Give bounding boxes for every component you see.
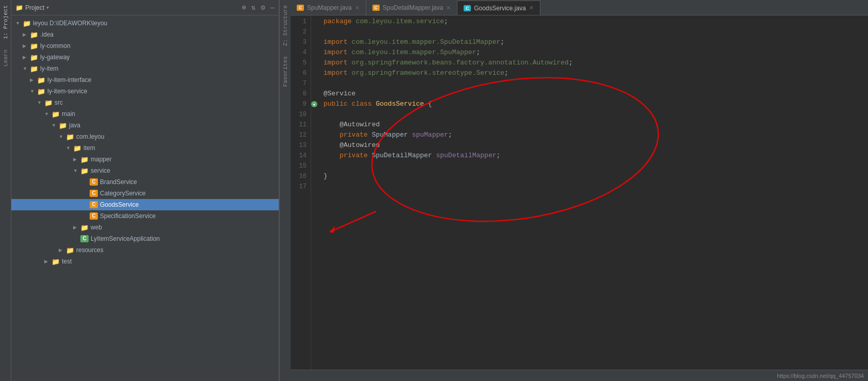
- tab-label: SpuDetailMapper.java: [383, 4, 443, 11]
- import-path: com.leyou.item.mapper.SpuMapper: [352, 47, 476, 58]
- tree-item-com-leyou[interactable]: ▼ 📁 com.leyou: [11, 131, 279, 142]
- line-num-11: 11: [291, 120, 307, 130]
- tree-item-resources[interactable]: ▶ 📁 resources: [11, 244, 279, 256]
- code-content[interactable]: package com.leyou.item.service; import c…: [319, 15, 868, 370]
- tab-SpuMapper[interactable]: C SpuMapper.java ✕: [291, 1, 366, 15]
- tab-close-button[interactable]: ✕: [355, 5, 360, 11]
- code-line-2: [324, 27, 864, 37]
- tree-item-BrandService[interactable]: ▶ C BrandService: [11, 176, 279, 188]
- tree-label: main: [62, 110, 75, 118]
- project-tab[interactable]: 1: Project: [1, 0, 11, 44]
- tree-item-idea[interactable]: ▶ 📁 .idea: [11, 29, 279, 40]
- tree-item-leyou[interactable]: ▼ 📁 leyou D:\IDEAWORK\leyou: [11, 18, 279, 29]
- line-num-8: 8: [291, 89, 307, 99]
- project-panel: 📁 Project ▾ ⊕ ⇅ ⚙ — ▼ 📁 leyou D:\IDEAWOR…: [11, 0, 279, 381]
- code-line-4: import com.leyou.item.mapper.SpuMapper;: [324, 47, 864, 58]
- tree-label: SpecificationService: [100, 212, 156, 220]
- minimize-icon[interactable]: —: [270, 4, 275, 12]
- class-icon-green: C: [80, 235, 89, 242]
- code-line-8: @Service: [324, 89, 864, 99]
- tree-item-main[interactable]: ▼ 📁 main: [11, 108, 279, 120]
- structure-tab[interactable]: Z: Structure: [280, 0, 291, 51]
- line-num-5: 5: [291, 58, 307, 68]
- tree-label: BrandService: [100, 178, 137, 186]
- tab-SpuDetailMapper[interactable]: C SpuDetailMapper.java ✕: [366, 1, 457, 15]
- tab-close-button[interactable]: ✕: [529, 5, 534, 11]
- code-line-14: private SpuDetailMapper spuDetailMapper;: [324, 151, 864, 161]
- folder-icon: 📁: [37, 76, 45, 84]
- code-editor[interactable]: 1 2 3 4 5 6 7 8 9 10 11 12 13 14 15 16 1…: [291, 15, 868, 370]
- tree-label: service: [91, 167, 110, 174]
- tree-item-mapper[interactable]: ▶ 📁 mapper: [11, 154, 279, 165]
- tree-item-ly-gateway[interactable]: ▶ 📁 ly-gateway: [11, 52, 279, 63]
- settings-icon[interactable]: ⚙: [261, 3, 265, 12]
- tab-GoodsService[interactable]: C GoodsService.java ✕: [457, 1, 540, 15]
- tree-item-SpecificationService[interactable]: ▶ C SpecificationService: [11, 210, 279, 222]
- line-num-12: 12: [291, 130, 307, 140]
- folder-icon: 📁: [73, 144, 81, 152]
- class-name: GoodsService: [376, 99, 428, 109]
- code-line-9: public class GoodsService {: [324, 99, 864, 109]
- folder-icon: 📁: [59, 122, 67, 129]
- tree-item-java[interactable]: ▼ 📁 java: [11, 120, 279, 131]
- field-spuDetailMapper: spuDetailMapper: [436, 151, 496, 161]
- class-icon-orange: C: [90, 190, 98, 197]
- folder-icon: 📁: [80, 224, 89, 231]
- class-tab-icon: C: [297, 5, 304, 11]
- project-tree: ▼ 📁 leyou D:\IDEAWORK\leyou ▶ 📁 .idea ▶ …: [11, 15, 279, 381]
- tree-item-LyItemServiceApplication[interactable]: ▶ C LyItemServiceApplication: [11, 233, 279, 244]
- tree-label: item: [83, 144, 95, 152]
- tree-label: .idea: [40, 31, 54, 38]
- folder-icon: 📁: [30, 65, 38, 73]
- code-line-3: import com.leyou.item.mapper.SpuDetailMa…: [324, 37, 864, 47]
- chevron-down-icon[interactable]: ▾: [46, 5, 49, 10]
- status-bar: https://blog.csdn.net/qq_44757034: [291, 370, 868, 381]
- tree-item-test[interactable]: ▶ 📁 test: [11, 256, 279, 267]
- tab-close-button[interactable]: ✕: [446, 5, 451, 11]
- tree-item-ly-item-service[interactable]: ▼ 📁 ly-item-service: [11, 86, 279, 97]
- code-line-7: [324, 78, 864, 89]
- keyword-public: public: [324, 99, 352, 109]
- tree-item-item[interactable]: ▼ 📁 item: [11, 142, 279, 154]
- collapse-icon[interactable]: ⇅: [251, 3, 256, 12]
- tree-label: ly-item-service: [47, 88, 87, 95]
- tree-item-ly-item-interface[interactable]: ▶ 📁 ly-item-interface: [11, 74, 279, 86]
- tree-item-web[interactable]: ▶ 📁 web: [11, 222, 279, 233]
- line-num-15: 15: [291, 161, 307, 171]
- tree-item-service[interactable]: ▼ 📁 service: [11, 165, 279, 176]
- tree-item-ly-item[interactable]: ▼ 📁 ly-item: [11, 63, 279, 74]
- annotation-service: @Service: [324, 89, 355, 99]
- keyword-import: import: [324, 47, 352, 58]
- gutter: ●: [311, 15, 319, 370]
- tab-bar: C SpuMapper.java ✕ C SpuDetailMapper.jav…: [291, 0, 868, 15]
- line-num-17: 17: [291, 181, 307, 192]
- package-path: com.leyou.item.service: [355, 16, 444, 27]
- tree-item-src[interactable]: ▼ 📁 src: [11, 97, 279, 108]
- folder-icon: 📁: [80, 156, 89, 163]
- crosshair-icon[interactable]: ⊕: [242, 3, 246, 12]
- folder-icon: 📁: [23, 20, 31, 27]
- tree-item-GoodsService[interactable]: ▶ C GoodsService: [11, 199, 279, 210]
- tree-item-ly-common[interactable]: ▶ 📁 ly-common: [11, 40, 279, 52]
- class-icon-orange: C: [90, 178, 98, 186]
- closing-brace: }: [324, 171, 328, 181]
- folder-icon: 📁: [80, 167, 89, 175]
- line-num-6: 6: [291, 68, 307, 78]
- folder-icon: 📁: [15, 4, 23, 11]
- tree-label: LyItemServiceApplication: [91, 235, 160, 242]
- class-gutter-icon: ●: [311, 101, 317, 107]
- panel-title-text: Project: [25, 4, 44, 11]
- keyword-import: import: [324, 68, 352, 78]
- tree-label: src: [55, 99, 63, 106]
- tree-item-CategoryService[interactable]: ▶ C CategoryService: [11, 188, 279, 199]
- tree-label: java: [69, 122, 80, 129]
- learn-tab[interactable]: Learn: [1, 44, 11, 72]
- svg-marker-2: [330, 226, 335, 233]
- tree-label: ly-item-interface: [47, 76, 91, 84]
- tree-label: test: [62, 258, 72, 265]
- keyword-package: package: [324, 16, 355, 27]
- line-num-1: 1: [291, 16, 307, 27]
- favorites-tab[interactable]: Favorites: [280, 51, 291, 92]
- keyword-class: class: [352, 99, 376, 109]
- editor-area: C SpuMapper.java ✕ C SpuDetailMapper.jav…: [291, 0, 868, 381]
